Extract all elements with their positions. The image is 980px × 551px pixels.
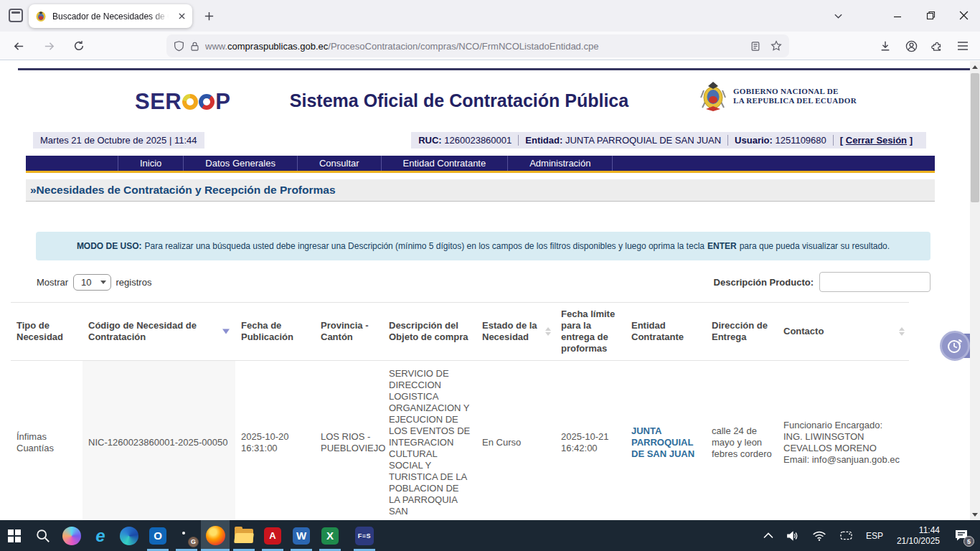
page-scrollbar[interactable] — [970, 61, 980, 520]
page-header: SER P Sistema Oficial de Contratación Pú… — [0, 70, 980, 131]
scrollbar-thumb[interactable] — [971, 73, 979, 202]
list-tabs-chevron-icon[interactable] — [829, 8, 847, 24]
url-domain: compraspublicas.gob.ec — [227, 41, 328, 52]
table-header-row: Tipo de Necesidad Código de Necesidad de… — [11, 303, 909, 361]
action-center-button[interactable]: 5 — [947, 520, 976, 551]
new-tab-button[interactable] — [201, 8, 217, 24]
taskbar-word-button[interactable]: W — [287, 520, 316, 551]
language-indicator[interactable]: ESP — [859, 520, 890, 551]
col-provincia-canton[interactable]: Provincia - Cantón — [315, 303, 383, 361]
start-button[interactable] — [0, 520, 29, 551]
browser-toolbar: www.compraspublicas.gob.ec/ProcesoContra… — [0, 32, 980, 60]
menu-hamburger-icon[interactable] — [951, 34, 974, 57]
volume-icon[interactable] — [780, 520, 806, 551]
taskbar-internet-explorer-button[interactable]: e — [86, 520, 115, 551]
contacto-encargado: Funcionario Encargado: ING. LIWINSGTON C… — [783, 420, 882, 453]
entidad-segment: Entidad: JUNTA PARROQUIAL DE SAN JUAN — [518, 135, 727, 146]
taskbar-fes-app-button[interactable]: F≡S — [350, 520, 379, 551]
col-label: Fecha límite para la entrega de proforma… — [561, 309, 615, 354]
taskbar-file-explorer-button[interactable] — [230, 520, 258, 551]
extensions-puzzle-icon[interactable] — [925, 34, 948, 57]
reload-button[interactable] — [67, 34, 90, 57]
excel-icon: X — [321, 527, 339, 545]
col-label: Provincia - Cantón — [321, 320, 368, 342]
browser-tab[interactable]: Buscador de Necesidades de Co — [29, 4, 192, 28]
tab-close-icon[interactable] — [178, 12, 186, 20]
col-direccion-entrega[interactable]: Dirección de Entrega — [706, 303, 778, 361]
col-tipo-necesidad[interactable]: Tipo de Necesidad — [11, 303, 83, 361]
page-viewport: SER P Sistema Oficial de Contratación Pú… — [0, 61, 980, 520]
page-length-select[interactable]: 10 — [73, 274, 110, 291]
logout-link[interactable]: Cerrar Sesión — [846, 135, 907, 146]
entidad-label: Entidad: — [525, 135, 562, 146]
back-button[interactable] — [7, 34, 30, 57]
government-logo: GOBIERNO NACIONAL DE LA REPUBLICA DEL EC… — [699, 80, 857, 112]
forward-button[interactable] — [37, 34, 60, 57]
fes-app-icon: F≡S — [355, 527, 374, 545]
account-icon[interactable] — [900, 34, 923, 57]
display-connect-icon[interactable] — [833, 520, 859, 551]
chrome-icon: G — [177, 527, 196, 545]
records-label: registros — [116, 277, 152, 288]
reader-mode-icon[interactable] — [750, 41, 760, 52]
usuario-label: Usuario: — [735, 135, 773, 146]
product-description-input[interactable] — [819, 272, 930, 292]
downloads-icon[interactable] — [874, 34, 897, 57]
scroll-up-icon[interactable] — [970, 62, 980, 72]
windows-logo-icon — [8, 529, 21, 542]
col-label: Contacto — [783, 326, 824, 336]
entidad-link[interactable]: JUNTA PARROQUIAL DE SAN JUAN — [631, 425, 694, 459]
taskbar-search-button[interactable] — [29, 520, 57, 551]
cell-fecha-publicacion: 2025-10-20 16:31:00 — [235, 361, 315, 521]
wifi-icon[interactable] — [806, 520, 833, 551]
col-label: Dirección de Entrega — [712, 320, 768, 342]
nav-item-inicio[interactable]: Inicio — [118, 156, 183, 171]
col-label: Tipo de Necesidad — [17, 320, 63, 342]
col-label: Fecha de Publicación — [241, 320, 293, 342]
entidad-value: JUNTA PARROQUIAL DE SAN JUAN — [565, 135, 721, 146]
window-minimize-button[interactable] — [881, 1, 914, 29]
firefox-view-icon[interactable] — [9, 9, 23, 22]
taskbar-copilot-button[interactable] — [57, 520, 86, 551]
col-fecha-publicacion[interactable]: Fecha de Publicación — [235, 303, 315, 361]
taskbar-firefox-button[interactable] — [201, 520, 230, 551]
col-estado-necesidad[interactable]: Estado de la Necesidad — [476, 303, 555, 361]
taskbar-edge-button[interactable] — [115, 520, 143, 551]
ruc-segment: RUC: 1260023860001 — [418, 135, 518, 146]
taskbar-excel-button[interactable]: X — [316, 520, 344, 551]
window-close-button[interactable] — [947, 1, 980, 29]
col-contacto[interactable]: Contacto — [778, 303, 909, 361]
url-text[interactable]: www.compraspublicas.gob.ec/ProcesoContra… — [205, 41, 745, 52]
col-descripcion-objeto[interactable]: Descripción del Objeto de compra — [383, 303, 476, 361]
notification-badge: 5 — [963, 536, 974, 547]
outlook-icon: O — [149, 527, 166, 545]
col-entidad-contratante[interactable]: Entidad Contratante — [626, 303, 706, 361]
windows-taskbar: e O G A W — [0, 520, 980, 551]
col-codigo-necesidad[interactable]: Código de Necesidad de Contratación — [83, 303, 235, 361]
nav-item-entidad-contratante[interactable]: Entidad Contratante — [381, 156, 508, 171]
bookmark-star-icon[interactable] — [771, 40, 782, 52]
lock-icon[interactable] — [190, 41, 199, 52]
taskbar-outlook-button[interactable]: O — [143, 520, 172, 551]
col-fecha-limite[interactable]: Fecha límite para la entrega de proforma… — [555, 303, 626, 361]
page-title: »Necesidades de Contratación y Recepción… — [26, 179, 935, 202]
sort-both-icon — [899, 327, 905, 336]
internet-explorer-icon: e — [95, 527, 105, 545]
tray-clock[interactable]: 11:44 21/10/2025 — [890, 525, 947, 547]
cell-provincia: LOS RIOS - PUEBLOVIEJO — [315, 361, 383, 521]
taskbar-acrobat-button[interactable]: A — [258, 520, 287, 551]
nav-item-datos-generales[interactable]: Datos Generales — [183, 156, 297, 171]
url-bar[interactable]: www.compraspublicas.gob.ec/ProcesoContra… — [166, 34, 789, 57]
tray-chevron-up-icon[interactable] — [757, 520, 780, 551]
nav-item-consultar[interactable]: Consultar — [297, 156, 381, 171]
tray-date: 21/10/2025 — [897, 536, 940, 547]
taskbar-chrome-button[interactable]: G — [172, 520, 201, 551]
nav-item-administracion[interactable]: Administración — [507, 156, 613, 171]
ruc-label: RUC: — [418, 135, 442, 146]
tracking-shield-icon[interactable] — [174, 40, 184, 52]
show-label: Mostrar — [37, 277, 68, 288]
window-restore-button[interactable] — [914, 1, 947, 29]
cell-descripcion: SERVICIO DE DIRECCION LOGISTICA ORGANIZA… — [383, 361, 476, 521]
date-time-box: Martes 21 de Octubre de 2025 | 11:44 — [33, 132, 204, 149]
scroll-down-icon[interactable] — [970, 509, 980, 519]
